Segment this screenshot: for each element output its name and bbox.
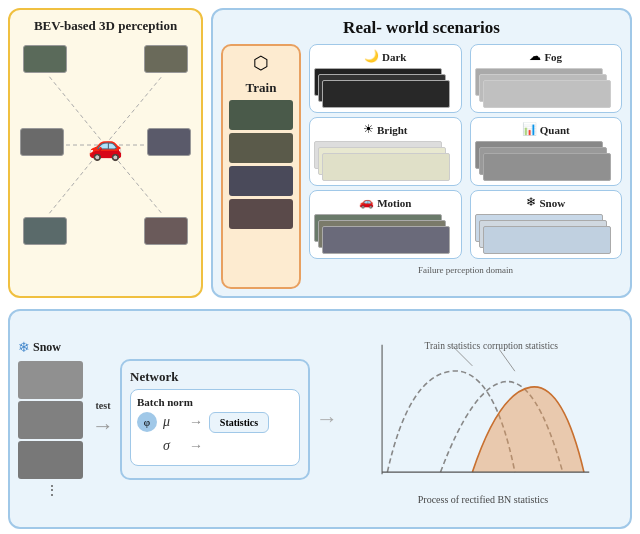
motion-img-3	[322, 226, 450, 254]
car-motion-icon: 🚗	[359, 195, 374, 210]
corruption-stats-text: corruption statistics	[483, 339, 558, 350]
sigma-param: σ	[163, 438, 183, 454]
bev-cameras: 🚗	[18, 40, 193, 250]
process-label: Process of rectified BN statistics	[418, 494, 549, 505]
train-box: ⬡ Train	[221, 44, 301, 289]
cam-bot-right	[144, 217, 188, 245]
scenario-motion: 🚗 Motion	[309, 190, 462, 259]
train-img-3	[229, 166, 293, 196]
train-stats-text: Train statistics	[425, 339, 481, 350]
phi-circle: φ	[137, 412, 157, 432]
snow-bottom-img-1	[18, 361, 83, 399]
scenario-snow: ❄ Snow	[470, 190, 623, 259]
scenario-row-3: 🚗 Motion ❄ Sno	[309, 190, 622, 259]
scenario-quant: 📊 Quant	[470, 117, 623, 186]
motion-label: Motion	[377, 197, 411, 209]
bright-img-3	[322, 153, 450, 181]
test-label: test	[96, 400, 111, 411]
train-img-1	[229, 100, 293, 130]
snow-img-sc-3	[483, 226, 611, 254]
quant-label: Quant	[540, 124, 570, 136]
scenario-row-2: ☀ Bright 📊 Qua	[309, 117, 622, 186]
failure-label: Failure perception domain	[309, 265, 622, 275]
scenario-bright: ☀ Bright	[309, 117, 462, 186]
mu-param: μ	[163, 414, 183, 430]
statistics-box-mu: Statistics	[209, 412, 269, 433]
snow-bottom-img-2	[18, 401, 83, 439]
scenario-dark: 🌙 Dark	[309, 44, 462, 113]
network-box: Network Batch norm φ μ → Statistics σ →	[120, 359, 310, 480]
snow-label-scenario: Snow	[539, 197, 565, 209]
fog-img-3	[483, 80, 611, 108]
stats-right-arrow-icon: →	[316, 406, 338, 432]
stats-chart: Train statistics corruption statistics	[344, 334, 622, 505]
top-section: BEV-based 3D perception	[8, 8, 632, 298]
svg-line-7	[499, 348, 515, 370]
bn-mu-row: φ μ → Statistics	[137, 412, 293, 433]
mu-arrow: →	[189, 414, 203, 430]
stats-arrow-container: →	[316, 406, 338, 432]
scenarios-grid: 🌙 Dark ☁ Fog	[309, 44, 622, 289]
bright-label: Bright	[377, 124, 408, 136]
bn-sigma-row: σ →	[137, 436, 293, 456]
snow-bottom-img-3	[18, 441, 83, 479]
right-arrow-icon: →	[92, 413, 114, 439]
snowflake-icon-bottom: ❄	[18, 339, 30, 356]
stats-chart-svg: Train statistics corruption statistics	[344, 334, 622, 504]
snow-label-bottom: Snow	[33, 340, 61, 355]
bottom-bg: ❄ Snow ⋮ test → Network Batch norm	[8, 309, 632, 529]
batch-norm-title: Batch norm	[137, 396, 293, 408]
car-icon: 🚗	[88, 129, 123, 162]
sigma-arrow: →	[189, 438, 203, 454]
dots: ⋮	[18, 482, 86, 499]
snowflake-icon-scenario: ❄	[526, 195, 536, 210]
scenario-fog: ☁ Fog	[470, 44, 623, 113]
snow-panel: ❄ Snow ⋮	[18, 339, 86, 499]
real-world-box: Real- world scenarios ⬡ Train	[211, 8, 632, 298]
train-label: Train	[246, 80, 277, 96]
chart-icon: 📊	[522, 122, 537, 137]
train-icon: ⬡	[253, 52, 269, 74]
train-img-4	[229, 199, 293, 229]
train-img-2	[229, 133, 293, 163]
real-world-title: Real- world scenarios	[221, 18, 622, 38]
main-container: BEV-based 3D perception	[0, 0, 640, 534]
cam-top-left	[23, 45, 67, 73]
cam-mid-left	[20, 128, 64, 156]
dark-img-3	[322, 80, 450, 108]
bottom-section: ❄ Snow ⋮ test → Network Batch norm	[8, 304, 632, 534]
quant-img-3	[483, 153, 611, 181]
moon-icon: 🌙	[364, 49, 379, 64]
cam-mid-right	[147, 128, 191, 156]
batch-norm-box: Batch norm φ μ → Statistics σ →	[130, 389, 300, 466]
test-arrow-container: test →	[92, 400, 114, 439]
sun-icon: ☀	[363, 122, 374, 137]
scenario-row-1: 🌙 Dark ☁ Fog	[309, 44, 622, 113]
snow-img-stack	[18, 361, 86, 479]
cam-top-right	[144, 45, 188, 73]
cam-bot-left	[23, 217, 67, 245]
bev-title: BEV-based 3D perception	[18, 18, 193, 34]
train-img-stack	[229, 100, 293, 229]
fog-label: Fog	[544, 51, 562, 63]
network-title: Network	[130, 369, 300, 385]
dark-label: Dark	[382, 51, 406, 63]
spacer	[137, 436, 157, 456]
bev-box: BEV-based 3D perception	[8, 8, 203, 298]
cloud-icon-fog: ☁	[529, 49, 541, 64]
real-world-inner: ⬡ Train 🌙	[221, 44, 622, 289]
